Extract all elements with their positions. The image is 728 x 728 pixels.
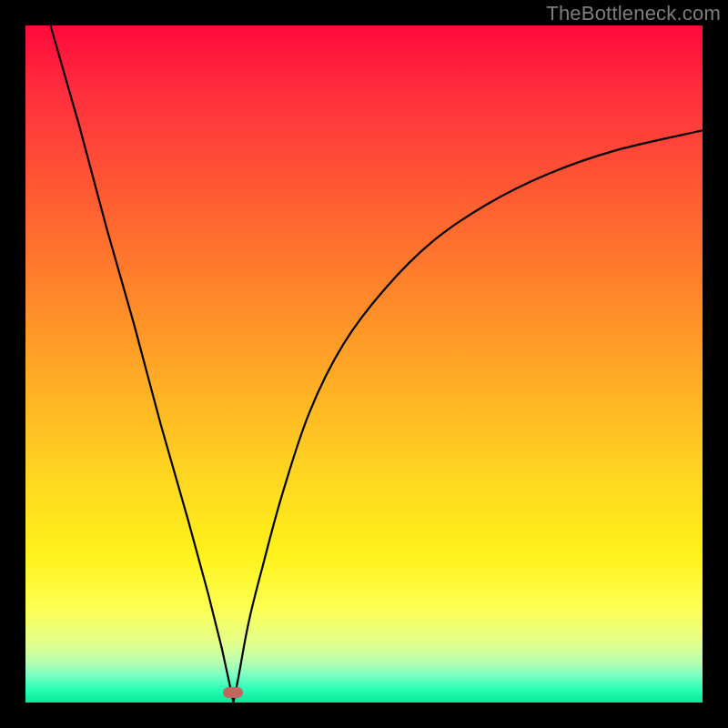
- plot-area: [25, 25, 703, 703]
- chart-frame: TheBottleneck.com: [0, 0, 728, 728]
- minimum-marker: [223, 687, 243, 698]
- watermark-text: TheBottleneck.com: [546, 2, 721, 25]
- bottleneck-curve: [25, 25, 703, 703]
- curve-path: [51, 25, 703, 703]
